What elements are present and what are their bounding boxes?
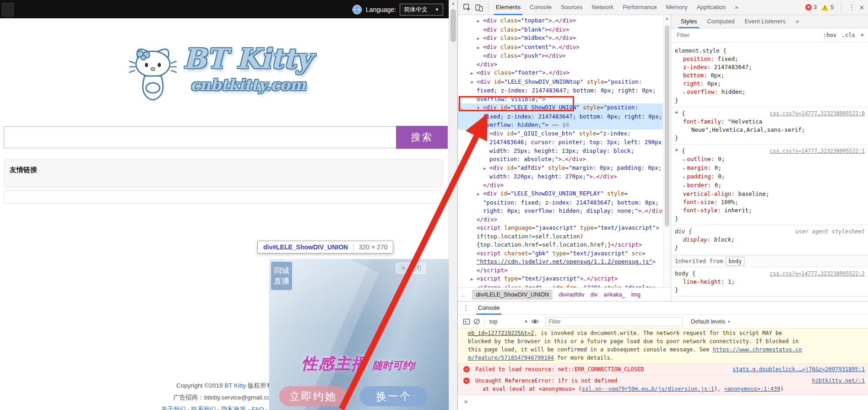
disclosure-closed-icon[interactable]: ▶ bbox=[477, 34, 483, 43]
elements-tree-line[interactable]: ▶<div id="_QIQI_close_btn" style="z-inde… bbox=[458, 129, 663, 139]
css-property[interactable]: ▸padding: 0; bbox=[671, 173, 868, 181]
elements-tree-line[interactable]: {top.location.href=self.location.href;}<… bbox=[458, 241, 663, 249]
elements-tree-line[interactable]: </div> bbox=[458, 181, 663, 190]
ad-live-badge[interactable]: 同城 直播 bbox=[271, 262, 292, 290]
css-property[interactable]: display: block; bbox=[671, 236, 868, 244]
elements-tree-line[interactable]: ▶<div id="adfdiv" style="margin: 0px; pa… bbox=[458, 164, 663, 173]
devtools-tab-elements[interactable]: Elements bbox=[491, 0, 525, 15]
css-property[interactable]: z-index: 2147483647; bbox=[671, 63, 868, 71]
breadcrumb-item[interactable]: div bbox=[591, 291, 598, 298]
page-scrollbar[interactable]: ▲ bbox=[449, 0, 457, 410]
css-property[interactable]: line-height: 1; bbox=[671, 278, 868, 286]
elements-tree-line[interactable]: position: absolute;">…</div> bbox=[458, 155, 663, 164]
elements-tree-line[interactable]: fixed; z-index: 2147483647; bottom: 0px;… bbox=[458, 86, 663, 95]
css-selector[interactable]: element.style { bbox=[671, 47, 868, 55]
elements-tree-line[interactable]: <div class="push"></div> bbox=[458, 52, 663, 60]
stylesheet-link[interactable]: css.css?v=14777…323238995522:2 bbox=[770, 270, 865, 278]
eye-icon[interactable] bbox=[530, 317, 540, 327]
devtools-tab-network[interactable]: Network bbox=[587, 0, 618, 15]
copyright-link[interactable]: BT Kitty bbox=[224, 382, 246, 389]
css-property[interactable]: ▸overflow: hidden; bbox=[671, 88, 868, 97]
elements-tree-line[interactable]: ▶<div class="footer">…</div> bbox=[458, 69, 663, 78]
clear-console-icon[interactable] bbox=[472, 317, 482, 327]
disclosure-closed-icon[interactable]: ▶ bbox=[471, 284, 477, 288]
warning-badge[interactable]: 5 bbox=[821, 4, 834, 11]
disclosure-closed-icon[interactable]: ▶ bbox=[477, 190, 483, 199]
search-button[interactable]: 搜索 bbox=[396, 126, 448, 149]
disclosure-closed-icon[interactable]: ▶ bbox=[471, 69, 477, 78]
ad-primary-button[interactable]: 立即约她 bbox=[279, 386, 347, 406]
hover-state-toggle[interactable]: :hov bbox=[823, 32, 836, 38]
stylesheet-link[interactable]: css.css?v=14777…323238995522:1 bbox=[770, 147, 865, 155]
new-rule-button[interactable]: + bbox=[861, 32, 864, 38]
css-property[interactable]: right: 0px; bbox=[671, 80, 868, 88]
css-property[interactable]: font-family: "Helvetica bbox=[671, 118, 868, 126]
console-link[interactable]: <anonymous>:1:439 bbox=[724, 386, 780, 392]
elements-tree-line[interactable]: <script language="javascript" type="text… bbox=[458, 224, 663, 232]
elements-tree-line[interactable]: </script> bbox=[458, 266, 663, 275]
scroll-up-icon[interactable]: ▲ bbox=[663, 16, 671, 21]
breadcrumb-item[interactable]: ... bbox=[461, 291, 466, 298]
breadcrumb-item[interactable]: div#adfdiv bbox=[559, 291, 584, 298]
disclosure-closed-icon[interactable]: ▶ bbox=[477, 43, 483, 52]
devtools-tab-memory[interactable]: Memory bbox=[662, 0, 692, 15]
elements-tree-line[interactable]: ▶<div class="content">…</div> bbox=[458, 43, 663, 52]
elements-tree-line[interactable]: "https://cdn.jsdelivr.net/opensug/1.1.2/… bbox=[458, 258, 663, 266]
devtools-tab-performance[interactable]: Performance bbox=[618, 0, 661, 15]
disclosure-open-icon[interactable]: ▼ bbox=[471, 78, 477, 87]
scroll-up-icon[interactable]: ▲ bbox=[449, 1, 457, 5]
devtools-tab-sources[interactable]: Sources bbox=[556, 0, 587, 15]
elements-tree-line[interactable]: overflow: hidden;"> == $0 bbox=[458, 121, 663, 129]
console-prompt[interactable]: > bbox=[458, 395, 868, 406]
disclosure-closed-icon[interactable]: ▶ bbox=[483, 130, 489, 139]
device-toolbar-icon[interactable] bbox=[473, 2, 484, 13]
styles-tab-eventlisteners[interactable]: Event Listeners bbox=[739, 15, 791, 28]
console-source-link[interactable]: hibtkitty.net/:1 bbox=[812, 377, 865, 385]
elements-tree-line[interactable]: width: 320px; height: 270px;">…</div> bbox=[458, 173, 663, 181]
devtools-menu-icon[interactable]: ⋮ bbox=[848, 3, 855, 11]
devtools-tab-application[interactable]: Application bbox=[692, 0, 731, 15]
elements-tree-line[interactable]: <div class="blank"></div> bbox=[458, 26, 663, 34]
styles-tab-styles[interactable]: Styles bbox=[676, 15, 702, 28]
elements-tree-line[interactable]: </div> bbox=[458, 216, 663, 224]
elements-tree-line[interactable]: ▶<div class="topbar">…</div> bbox=[458, 16, 663, 26]
elements-scrollbar-thumb[interactable] bbox=[665, 25, 669, 227]
elements-tree-line[interactable]: <script charset="gbk" type="text/javascr… bbox=[458, 249, 663, 258]
css-property[interactable]: ▸margin: 0; bbox=[671, 164, 868, 173]
console-filter-input[interactable] bbox=[545, 317, 683, 326]
css-property[interactable]: vertical-align: baseline; bbox=[671, 190, 868, 198]
css-property[interactable]: font-size: 100%; bbox=[671, 198, 868, 206]
ad-secondary-button[interactable]: 换一个 bbox=[360, 386, 428, 406]
elements-tree-line[interactable]: ▶<iframe class="osd" __idm_frm_="228" st… bbox=[458, 284, 663, 288]
ad-overlay[interactable]: 同城 直播 ✕ 关闭 性感主播随时可约! 立即约她 换一个 bbox=[269, 259, 449, 410]
styles-filter-input[interactable] bbox=[676, 32, 818, 39]
error-badge[interactable]: ✕ 3 bbox=[805, 4, 817, 11]
styles-tab-computed[interactable]: Computed bbox=[702, 15, 739, 28]
console-source-link[interactable]: stats.g.doubleclick.…=j76&z=2097931895:1 bbox=[732, 365, 865, 373]
elements-tree-line[interactable]: width: 25px; height: 13px; display: bloc… bbox=[458, 147, 663, 156]
devtools-tab-console[interactable]: Console bbox=[525, 0, 556, 15]
elements-tree-line[interactable]: right: 0px; overflow: hidden; display: n… bbox=[458, 207, 663, 216]
console-link[interactable]: ssl.xn--vqq79r59m.eu…b/js/diversion.js:1 bbox=[582, 386, 714, 392]
styles-tab-more[interactable]: » bbox=[791, 15, 804, 28]
devtools-tab-more[interactable]: » bbox=[730, 0, 743, 15]
css-property[interactable]: ▸outline: 0; bbox=[671, 155, 868, 164]
disclosure-closed-icon[interactable]: ▶ bbox=[477, 17, 483, 26]
elements-tree-line[interactable]: if(top.location!=self.location) bbox=[458, 232, 663, 241]
disclosure-closed-icon[interactable]: ▶ bbox=[483, 164, 489, 173]
css-selector[interactable]: body {css.css?v=14777…323238995522:2 bbox=[671, 270, 868, 278]
breadcrumb-item[interactable]: div#LELE_ShowDIV_UNION bbox=[472, 290, 553, 300]
drawer-menu-icon[interactable]: ⋮ bbox=[462, 304, 469, 312]
elements-tree-line[interactable]: "position: fixed; z-index: 2147483647; b… bbox=[458, 199, 663, 207]
elements-scrollbar[interactable]: ▲ bbox=[663, 15, 671, 287]
devtools-close-icon[interactable]: ✕ bbox=[859, 4, 864, 11]
tab-console[interactable]: Console bbox=[477, 302, 501, 315]
console-link[interactable]: https://www.chromestatus.co bbox=[713, 346, 802, 353]
class-toggle[interactable]: .cls bbox=[842, 32, 855, 38]
css-selector[interactable]: * {css.css?v=14777…323238995522:1 bbox=[671, 147, 868, 155]
css-selector[interactable]: * {css.css?v=14777…323238995522:8 bbox=[671, 109, 868, 118]
inherited-element-chip[interactable]: body bbox=[726, 257, 744, 266]
css-selector[interactable]: div {user agent stylesheet bbox=[671, 227, 868, 236]
console-sidebar-icon[interactable] bbox=[461, 317, 472, 327]
console-context-selector[interactable]: top ▼ bbox=[489, 318, 528, 325]
